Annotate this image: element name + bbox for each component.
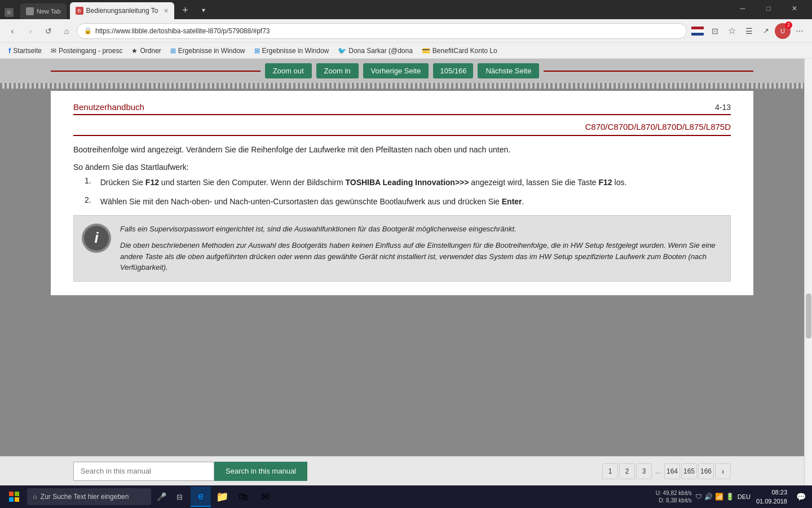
page-btn-1[interactable]: 1: [602, 463, 618, 479]
search-input[interactable]: [73, 462, 214, 481]
store-icon: 🛍: [239, 491, 249, 503]
info-icon-inner: i: [84, 226, 109, 251]
scrollbar-thumb[interactable]: [806, 294, 811, 339]
doc-subtitle: C870/C870D/L870/L870D/L875/L875D: [73, 122, 731, 132]
steps-list: 1. Drücken Sie F12 und starten Sie den C…: [73, 176, 731, 208]
bookmark-twitter[interactable]: 🐦 Dona Sarkar (@dona: [334, 46, 417, 56]
search-button[interactable]: Search in this manual: [214, 462, 307, 481]
prev-page-btn[interactable]: Vorherige Seite: [363, 63, 429, 78]
folder-icon: 📁: [216, 491, 228, 503]
pagination: 1 2 3 ... 164 165 166 ›: [602, 463, 731, 479]
minimize-btn[interactable]: ─: [730, 0, 756, 17]
language-indicator: DEU: [738, 493, 751, 500]
viewer-toolbar: Zoom out Zoom in Vorherige Seite 105/166…: [0, 59, 804, 83]
mail-taskbar-icon: ✉: [261, 491, 270, 503]
mic-icon: 🎤: [157, 492, 166, 501]
task-view-icon: ⊟: [176, 493, 183, 501]
file-explorer-btn[interactable]: 📁: [212, 487, 232, 507]
svg-rect-3: [15, 497, 19, 502]
time-date-display[interactable]: 08:23 01.09.2018: [754, 488, 789, 506]
edge-taskbar-btn[interactable]: e: [191, 487, 211, 507]
page-btn-164[interactable]: 164: [664, 463, 680, 479]
url-text: https://www.libble.de/toshiba-satellite-…: [95, 27, 270, 35]
forward-btn[interactable]: ›: [23, 23, 38, 39]
taskbar-search-text: Zur Suche Text hier eingeben: [41, 493, 129, 501]
windows-icon-2: ⊞: [254, 47, 260, 55]
manual-title: Benutzerhandbuch: [73, 102, 144, 112]
lock-icon: 🔒: [84, 27, 92, 34]
tab-favicon: [26, 7, 34, 15]
svg-rect-2: [9, 497, 14, 502]
zoom-in-btn[interactable]: Zoom in: [316, 63, 359, 78]
start-button[interactable]: [3, 487, 25, 507]
card-icon: 💳: [422, 47, 430, 55]
date-display: 01.09.2018: [756, 497, 787, 506]
shield-tray-icon: 🛡: [695, 493, 702, 501]
refresh-btn[interactable]: ↺: [41, 23, 56, 39]
windows-icon-1: ⊞: [170, 47, 176, 55]
network-up: U: 49,82 kbit/s: [656, 489, 692, 497]
back-btn[interactable]: ‹: [5, 23, 20, 39]
bookmark-ergebnisse1[interactable]: ⊞ Ergebnisse in Window: [166, 46, 249, 56]
page-btn-2[interactable]: 2: [619, 463, 635, 479]
info-para-1: Falls ein Supervisorpasswort eingerichte…: [120, 224, 722, 235]
bookmark-ordner[interactable]: ★ Ordner: [127, 46, 165, 56]
bookmark-posteingang[interactable]: ✉ Posteingang - proesc: [47, 46, 126, 56]
svg-rect-0: [9, 492, 14, 496]
subtitle-divider: [73, 135, 731, 136]
maximize-btn[interactable]: □: [756, 0, 782, 17]
store-btn[interactable]: 🛍: [233, 487, 254, 507]
tab-menu-btn[interactable]: ▾: [196, 3, 211, 19]
tab-active[interactable]: B Bedienungsanleitung To ✕: [70, 2, 174, 19]
document-page: Benutzerhandbuch 4-13 C870/C870D/L870/L8…: [51, 91, 753, 295]
taskbar: ○ Zur Suche Text hier eingeben 🎤 ⊟ e 📁 🛍…: [0, 485, 812, 508]
tab-active-label: Bedienungsanleitung To: [86, 7, 158, 15]
task-view-btn[interactable]: ⊟: [171, 489, 187, 505]
zoom-out-btn[interactable]: Zoom out: [265, 63, 312, 78]
scrollbar[interactable]: [804, 59, 812, 485]
taskbar-search[interactable]: ○ Zur Suche Text hier eingeben: [27, 488, 151, 505]
bookmark-ergebnisse2[interactable]: ⊞ Ergebnisse in Window: [250, 46, 333, 56]
bookmark-startseite[interactable]: f Startseite: [5, 45, 46, 56]
address-bar[interactable]: 🔒 https://www.libble.de/toshiba-satellit…: [77, 23, 687, 39]
page-ellipsis: ...: [653, 467, 663, 475]
reading-mode-btn[interactable]: ⊡: [707, 23, 723, 39]
taskbar-apps: e 📁 🛍 ✉: [191, 487, 275, 507]
page-next-btn[interactable]: ›: [715, 463, 731, 479]
new-tab-btn[interactable]: +: [178, 3, 193, 19]
tab-favicon-active: B: [76, 7, 83, 15]
next-page-btn[interactable]: Nächste Seite: [478, 63, 539, 78]
page-header: Benutzerhandbuch 4-13: [73, 102, 731, 112]
close-btn[interactable]: ✕: [782, 0, 807, 17]
window-icon: ⊞: [5, 8, 14, 19]
more-btn[interactable]: ···: [792, 23, 807, 39]
hub-btn[interactable]: ☰: [741, 23, 757, 39]
notif-icon: 💬: [796, 492, 806, 501]
network-stats: U: 49,82 kbit/s D: 8,38 kbit/s: [656, 489, 692, 504]
header-divider: [73, 114, 731, 115]
tab-close-btn[interactable]: ✕: [164, 7, 169, 15]
home-btn[interactable]: ⌂: [59, 23, 74, 39]
window-controls: ─ □ ✕: [730, 0, 807, 19]
cortana-mic-btn[interactable]: 🎤: [153, 489, 169, 505]
bookmark-benefit[interactable]: 💳 BenefitCard Konto Lo: [418, 46, 501, 56]
bookmarks-bar: f Startseite ✉ Posteingang - proesc ★ Or…: [0, 43, 812, 59]
tab-inactive[interactable]: New Tab: [20, 3, 67, 19]
network-down: D: 8,38 kbit/s: [656, 497, 692, 504]
nav-bar: ‹ › ↺ ⌂ 🔒 https://www.libble.de/toshiba-…: [0, 19, 812, 43]
page-number: 4-13: [715, 103, 731, 112]
profile-btn-wrap: U 2: [775, 23, 791, 39]
windows-start-icon: [8, 491, 20, 502]
step-2: 2. Wählen Sie mit den Nach-oben- und Nac…: [85, 195, 731, 208]
share-btn[interactable]: ↗: [758, 23, 774, 39]
mail-taskbar-btn[interactable]: ✉: [255, 487, 275, 507]
favorites-btn[interactable]: ☆: [724, 23, 740, 39]
star-icon: ★: [131, 47, 138, 55]
mail-icon: ✉: [51, 47, 56, 55]
notification-center-btn[interactable]: 💬: [793, 489, 809, 505]
page-btn-165[interactable]: 165: [681, 463, 697, 479]
page-btn-3[interactable]: 3: [636, 463, 652, 479]
page-btn-166[interactable]: 166: [698, 463, 714, 479]
speaker-icon: 🔊: [704, 493, 713, 501]
twitter-icon: 🐦: [338, 47, 346, 55]
